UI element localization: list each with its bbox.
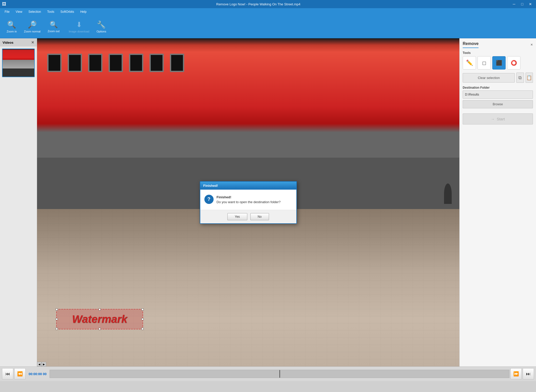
destination-folder-section: Destination Folder Browse bbox=[463, 86, 533, 108]
timeline-track[interactable] bbox=[50, 370, 509, 378]
rectangle-icon: ⬛ bbox=[496, 60, 502, 66]
copy-selection-button[interactable]: ⧉ bbox=[516, 73, 524, 83]
clear-selection-button[interactable]: Clear selection bbox=[463, 73, 515, 83]
menu-file[interactable]: File bbox=[2, 9, 12, 15]
sidebar-close-button[interactable]: ✕ bbox=[31, 40, 34, 44]
image-download-icon: ⬇ bbox=[76, 20, 82, 29]
tool-eraser[interactable]: ◻ bbox=[477, 56, 491, 70]
window-title: Remove Logo Now! - People Walking On The… bbox=[6, 2, 510, 6]
timeline-cursor bbox=[279, 370, 280, 378]
next-frame-icon: ⏩ bbox=[513, 371, 519, 377]
thumbnail-ground bbox=[3, 60, 35, 68]
toolbar-actions-group: ⬇ Image download 🔧 Options bbox=[66, 19, 109, 34]
title-bar-left: 🖼 bbox=[2, 2, 6, 6]
transport-prev-frame[interactable]: ⏪ bbox=[14, 368, 26, 379]
browse-button[interactable]: Browse bbox=[463, 100, 533, 108]
tools-row: ✏️ ◻ ⬛ ⭕ bbox=[463, 56, 533, 70]
paste-selection-button[interactable]: 📋 bbox=[526, 73, 533, 83]
prev-frame-icon: ⏪ bbox=[17, 371, 23, 377]
thumbnail-image bbox=[3, 49, 35, 68]
menu-selection[interactable]: Selection bbox=[26, 9, 43, 15]
menu-view[interactable]: View bbox=[13, 9, 25, 15]
paste-icon: 📋 bbox=[526, 75, 532, 80]
video-thumbnail-item[interactable]: People Walking On The Street.mp4 bbox=[2, 49, 35, 77]
toolbar: 🔍 Zoom in 🔎 Zoom normal 🔍 Zoom out ⬇ Ima… bbox=[0, 15, 536, 38]
dialog-question-icon: ? bbox=[204, 195, 214, 204]
menu-bar: File View Selection Tools SoftOrbits Hel… bbox=[0, 8, 536, 15]
restore-button[interactable]: □ bbox=[519, 1, 526, 8]
minimize-button[interactable]: ─ bbox=[510, 1, 518, 8]
sidebar: Videos ✕ People Walking On The Street.mp… bbox=[0, 38, 37, 366]
dialog-titlebar: Finished! bbox=[200, 182, 296, 190]
close-button[interactable]: ✕ bbox=[527, 1, 534, 8]
goto-end-icon: ⏭ bbox=[526, 371, 531, 377]
menu-tools[interactable]: Tools bbox=[45, 9, 57, 15]
zoom-normal-icon: 🔎 bbox=[28, 20, 37, 29]
options-icon: 🔧 bbox=[97, 20, 106, 29]
zoom-in-icon: 🔍 bbox=[7, 20, 16, 29]
lasso-icon: ⭕ bbox=[511, 60, 517, 66]
transport-goto-end[interactable]: ⏭ bbox=[523, 368, 534, 379]
app-icon: 🖼 bbox=[2, 2, 6, 6]
start-label: Start bbox=[497, 117, 505, 121]
dialog-message: Finished! Do you want to open the destin… bbox=[217, 195, 281, 205]
timecode-display: 00:00:00 00 bbox=[27, 372, 49, 376]
start-arrow-icon: → bbox=[491, 117, 495, 121]
menu-softorbits[interactable]: SoftOrbits bbox=[58, 9, 77, 15]
canvas-area[interactable]: Watermark Finished! ? Finished! Do you w… bbox=[37, 38, 459, 366]
thumbnail-train bbox=[3, 49, 35, 60]
right-panel: Remove ✕ Tools ✏️ ◻ ⬛ ⭕ C bbox=[459, 38, 536, 366]
toolbar-zoom-group: 🔍 Zoom in 🔎 Zoom normal 🔍 Zoom out bbox=[4, 19, 62, 34]
tools-label: Tools bbox=[463, 51, 533, 55]
tool-rectangle[interactable]: ⬛ bbox=[492, 56, 506, 70]
start-button[interactable]: → Start bbox=[463, 113, 533, 124]
zoom-normal-button[interactable]: 🔎 Zoom normal bbox=[21, 19, 43, 34]
timeline-area: ⏮ ⏪ 00:00:00 00 ⏩ ⏭ bbox=[0, 366, 536, 392]
pencil-icon: ✏️ bbox=[466, 60, 473, 66]
video-frame: Watermark Finished! ? Finished! Do you w… bbox=[37, 38, 459, 366]
sidebar-header: Videos ✕ bbox=[0, 38, 37, 47]
dialog-footer: Yes No bbox=[200, 210, 296, 223]
tool-lasso[interactable]: ⭕ bbox=[507, 56, 520, 70]
selection-controls-row: Clear selection ⧉ 📋 bbox=[463, 73, 533, 83]
zoom-in-button[interactable]: 🔍 Zoom in bbox=[4, 19, 19, 34]
title-bar: 🖼 Remove Logo Now! - People Walking On T… bbox=[0, 0, 536, 8]
dialog-body: ? Finished! Do you want to open the dest… bbox=[200, 190, 296, 210]
tool-pencil[interactable]: ✏️ bbox=[463, 56, 476, 70]
panel-header: Remove ✕ bbox=[463, 41, 533, 48]
panel-close-button[interactable]: ✕ bbox=[530, 43, 533, 47]
panel-title: Remove bbox=[463, 41, 479, 48]
destination-folder-label: Destination Folder bbox=[463, 86, 533, 89]
title-bar-controls: ─ □ ✕ bbox=[510, 1, 534, 8]
dialog-yes-button[interactable]: Yes bbox=[227, 213, 247, 220]
destination-folder-input[interactable] bbox=[463, 90, 533, 99]
selection-controls: Clear selection ⧉ 📋 bbox=[463, 73, 533, 83]
sidebar-title: Videos bbox=[3, 41, 13, 44]
timeline-controls: ⏮ ⏪ 00:00:00 00 ⏩ ⏭ bbox=[0, 367, 536, 381]
options-button[interactable]: 🔧 Options bbox=[94, 19, 109, 34]
copy-icon: ⧉ bbox=[518, 75, 522, 80]
main-layout: Videos ✕ People Walking On The Street.mp… bbox=[0, 38, 536, 366]
menu-help[interactable]: Help bbox=[78, 9, 89, 15]
dialog-no-button[interactable]: No bbox=[250, 213, 269, 220]
finished-dialog: Finished! ? Finished! Do you want to ope… bbox=[200, 181, 297, 224]
image-download-button[interactable]: ⬇ Image download bbox=[66, 19, 92, 34]
zoom-out-button[interactable]: 🔍 Zoom out bbox=[45, 19, 62, 34]
video-name-label: People Walking On The Street.mp4 bbox=[3, 68, 34, 77]
dialog-title-text: Finished! bbox=[203, 184, 218, 188]
tools-section: Tools ✏️ ◻ ⬛ ⭕ bbox=[463, 51, 533, 70]
goto-start-icon: ⏮ bbox=[5, 371, 10, 377]
transport-goto-start[interactable]: ⏮ bbox=[2, 368, 13, 379]
zoom-out-icon: 🔍 bbox=[50, 21, 58, 29]
dialog-overlay: Finished! ? Finished! Do you want to ope… bbox=[37, 38, 459, 366]
transport-next-frame[interactable]: ⏩ bbox=[510, 368, 522, 379]
eraser-icon: ◻ bbox=[482, 60, 486, 66]
